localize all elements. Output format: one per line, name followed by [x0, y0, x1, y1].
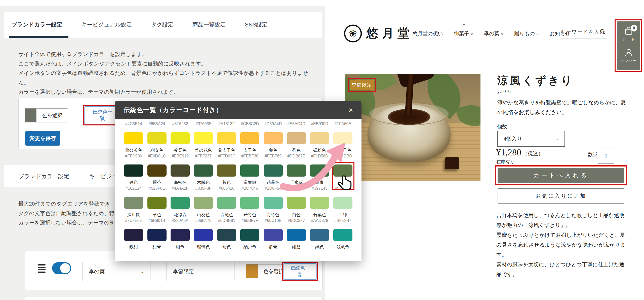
color-chip[interactable]	[287, 197, 306, 209]
tag-name-input[interactable]: 季節限定	[167, 262, 234, 281]
color-cell[interactable]: 縹色	[308, 223, 331, 250]
color-cell[interactable]: 黄支子色#FFD93C	[215, 126, 238, 158]
color-cell[interactable]: 刈安色#E6DC1C	[145, 126, 168, 158]
tab-SNS設定[interactable]: SNS設定	[245, 21, 267, 28]
color-cell[interactable]: 草色#6B801B	[145, 191, 168, 223]
brand-color-swatch[interactable]	[25, 108, 36, 122]
tab-ブランドカラー設定[interactable]: ブランドカラー設定	[12, 21, 62, 28]
color-cell[interactable]: 海松色#4A4A2F	[169, 158, 192, 191]
color-cell[interactable]: 納戸色	[238, 223, 261, 250]
add-to-cart-button[interactable]: カートへ入れる	[498, 168, 624, 183]
color-chip[interactable]	[124, 132, 143, 144]
tag-color-swatch[interactable]	[246, 264, 258, 278]
count-select[interactable]: 4個入り ⌄	[497, 131, 565, 147]
color-cell[interactable]: 若葉色#AAD378	[308, 191, 331, 223]
color-cell[interactable]: 木賊色#335F3F	[192, 158, 215, 191]
color-cell[interactable]: 群青	[261, 223, 285, 250]
color-cell[interactable]: 鉄紺	[122, 223, 145, 250]
color-chip[interactable]	[287, 229, 306, 241]
color-chip[interactable]	[124, 197, 143, 209]
color-chip[interactable]	[171, 229, 190, 241]
color-cell[interactable]: 藍色	[215, 223, 238, 250]
color-cell[interactable]: 常磐緑#2C7046	[238, 158, 261, 191]
color-cell[interactable]: 若竹色#66BF7F	[238, 191, 261, 223]
nav-item-季の菓[interactable]: 季の菓∨	[484, 30, 503, 37]
color-chip[interactable]	[264, 229, 283, 241]
color-cell[interactable]: 白緑#B8E3B7	[331, 191, 354, 223]
color-chip[interactable]	[147, 132, 167, 144]
color-cell[interactable]: 苔色#686426	[215, 158, 238, 191]
color-chip[interactable]	[240, 164, 259, 177]
drag-handle-icon[interactable]	[38, 264, 46, 273]
color-chip[interactable]	[240, 229, 259, 241]
color-chip[interactable]	[333, 229, 352, 241]
color-cell[interactable]: 紺色	[169, 223, 192, 250]
color-chip[interactable]	[217, 229, 236, 241]
color-chip[interactable]	[310, 197, 329, 209]
cart-label[interactable]: カート	[622, 37, 635, 42]
member-icon[interactable]	[624, 48, 633, 58]
color-chip[interactable]	[264, 197, 283, 209]
color-chip[interactable]	[147, 229, 167, 241]
color-chip[interactable]	[240, 132, 259, 144]
traditional-colors-button-2[interactable]: 伝統色一覧	[283, 263, 317, 280]
next-tag-select[interactable]	[83, 299, 150, 300]
add-to-favorites-button[interactable]: お気に入りに追加	[498, 188, 624, 204]
color-cell[interactable]: 浅葱色	[331, 223, 354, 250]
pick-color-button[interactable]: 色を選択	[36, 108, 68, 122]
color-cell[interactable]: 菜の花色#FFF237	[192, 126, 215, 158]
color-chip[interactable]	[171, 132, 190, 144]
partial-hex-label: #A1813F	[215, 119, 238, 126]
color-chip[interactable]	[124, 164, 143, 177]
color-chip[interactable]	[217, 197, 236, 209]
color-chip[interactable]	[147, 164, 167, 177]
color-chip[interactable]	[310, 229, 329, 241]
tag-category-select[interactable]: 季の菓 ⌄	[83, 262, 150, 281]
color-chip[interactable]	[194, 229, 213, 241]
color-cell[interactable]: 紺碧	[285, 223, 308, 250]
brand-emblem-icon[interactable]: ❀	[344, 24, 362, 43]
color-cell[interactable]: 深川鼠#7C8E6E	[122, 191, 145, 223]
close-icon[interactable]: ×	[348, 106, 353, 114]
color-hex: #523F0E	[149, 186, 165, 191]
color-cell[interactable]: 支子色#FEBF38	[238, 126, 261, 158]
color-chip[interactable]	[240, 197, 259, 209]
nav-item-贈りもの[interactable]: 贈りもの∨	[514, 30, 539, 37]
color-chip[interactable]	[194, 197, 213, 209]
save-changes-button[interactable]: 変更を保存	[25, 131, 60, 146]
color-chip[interactable]	[217, 132, 236, 144]
color-cell[interactable]: 蒲公英色#FFD900	[122, 126, 145, 158]
tab-商品一覧設定[interactable]: 商品一覧設定	[192, 21, 226, 28]
member-label[interactable]: メンバー	[621, 59, 637, 63]
tag-enabled-toggle[interactable]	[52, 262, 71, 274]
tab2-ブランドカラー設定[interactable]: ブランドカラー設定	[19, 173, 69, 180]
color-cell[interactable]: 黄檗色#EBE919	[169, 126, 192, 158]
color-cell[interactable]: 花緑青#339A6A	[169, 191, 192, 223]
color-chip[interactable]	[217, 164, 236, 177]
next-tag-input[interactable]	[167, 299, 234, 300]
color-cell[interactable]: 青磁色#6DBB81	[215, 191, 238, 223]
search-icon[interactable]	[599, 28, 606, 35]
tab-タグ設定[interactable]: タグ設定	[151, 21, 173, 28]
cart-button[interactable]: 0	[624, 26, 634, 37]
color-cell[interactable]: 青竹色#66C19B	[261, 191, 285, 223]
brand-name[interactable]: 悠月堂	[366, 25, 413, 41]
color-cell[interactable]: 鉄色#102E24	[122, 158, 145, 191]
color-chip[interactable]	[171, 164, 190, 177]
color-cell[interactable]: 紺青	[145, 223, 168, 250]
color-cell[interactable]: 苗色#9DC357	[285, 191, 308, 223]
nav-item-御菓子[interactable]: 御菓子∨	[454, 30, 473, 37]
color-chip[interactable]	[124, 229, 143, 241]
color-chip[interactable]	[194, 164, 213, 177]
search-box[interactable]: キーワードを入力	[560, 26, 607, 39]
tab-キービジュアル設定[interactable]: キービジュアル設定	[81, 21, 132, 28]
color-chip[interactable]	[194, 132, 213, 144]
nav-item-悠月堂の想い[interactable]: 悠月堂の想い	[413, 30, 443, 37]
color-cell[interactable]: 山葵色#96B176	[192, 191, 215, 223]
color-cell[interactable]: 瑠璃色	[192, 223, 215, 250]
color-chip[interactable]	[171, 197, 190, 209]
quantity-input[interactable]: 1	[598, 148, 614, 164]
color-chip[interactable]	[333, 197, 352, 209]
color-chip[interactable]	[147, 197, 167, 209]
color-cell[interactable]: 鶯茶#523F0E	[145, 158, 168, 191]
